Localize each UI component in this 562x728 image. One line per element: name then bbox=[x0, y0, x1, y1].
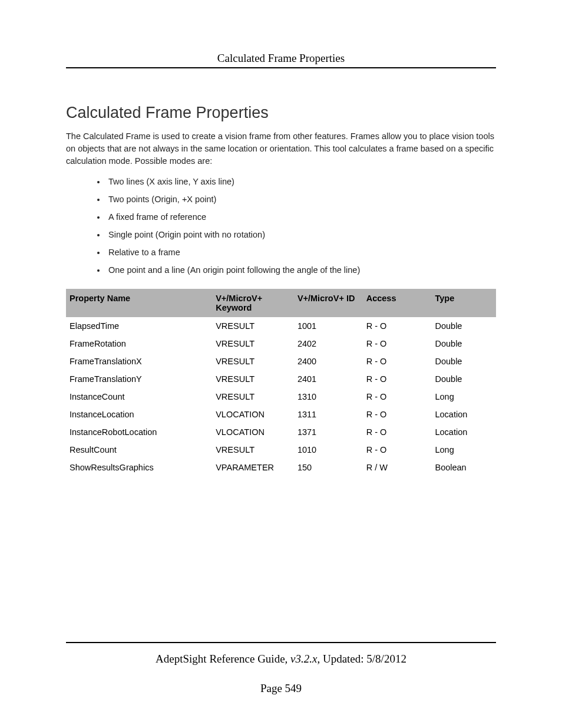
cell-type: Boolean bbox=[431, 459, 496, 476]
cell-keyword: VRESULT bbox=[212, 353, 294, 370]
col-header-keyword: V+/MicroV+ Keyword bbox=[212, 289, 294, 317]
list-item: Two points (Origin, +X point) bbox=[106, 195, 496, 204]
list-item: A fixed frame of reference bbox=[106, 212, 496, 222]
page-footer: AdeptSight Reference Guide, v3.2.x, Upda… bbox=[66, 642, 496, 695]
footer-guide: AdeptSight Reference Guide bbox=[156, 653, 285, 665]
cell-type: Location bbox=[431, 406, 496, 423]
table-row: InstanceRobotLocation VLOCATION 1371 R -… bbox=[66, 423, 496, 441]
cell-type: Double bbox=[431, 335, 496, 353]
cell-id: 2402 bbox=[294, 335, 363, 353]
table-row: ElapsedTime VRESULT 1001 R - O Double bbox=[66, 317, 496, 335]
cell-keyword: VRESULT bbox=[212, 441, 294, 459]
cell-id: 150 bbox=[294, 459, 363, 476]
table-row: FrameTranslationX VRESULT 2400 R - O Dou… bbox=[66, 353, 496, 370]
cell-type: Long bbox=[431, 441, 496, 459]
cell-type: Double bbox=[431, 317, 496, 335]
table-row: FrameTranslationY VRESULT 2401 R - O Dou… bbox=[66, 370, 496, 388]
list-item: Single point (Origin point with no rotat… bbox=[106, 230, 496, 239]
cell-keyword: VRESULT bbox=[212, 335, 294, 353]
cell-access: R - O bbox=[363, 441, 432, 459]
modes-list: Two lines (X axis line, Y axis line) Two… bbox=[66, 177, 496, 275]
cell-type: Long bbox=[431, 388, 496, 406]
cell-access: R - O bbox=[363, 370, 432, 388]
page-body: Calculated Frame Properties Calculated F… bbox=[0, 0, 562, 476]
footer-version: v3.2.x bbox=[290, 653, 317, 665]
cell-name: FrameRotation bbox=[66, 335, 212, 353]
list-item: Relative to a frame bbox=[106, 248, 496, 257]
cell-id: 1310 bbox=[294, 388, 363, 406]
table-row: InstanceLocation VLOCATION 1311 R - O Lo… bbox=[66, 406, 496, 423]
cell-name: FrameTranslationX bbox=[66, 353, 212, 370]
page-number: Page 549 bbox=[66, 682, 496, 695]
footer-version-prefix: , bbox=[285, 653, 291, 665]
table-row: FrameRotation VRESULT 2402 R - O Double bbox=[66, 335, 496, 353]
table-header-row: Property Name V+/MicroV+ Keyword V+/Micr… bbox=[66, 289, 496, 317]
table-row: ShowResultsGraphics VPARAMETER 150 R / W… bbox=[66, 459, 496, 476]
table-row: ResultCount VRESULT 1010 R - O Long bbox=[66, 441, 496, 459]
cell-name: ElapsedTime bbox=[66, 317, 212, 335]
footer-updated-prefix: , Updated: bbox=[317, 653, 366, 665]
cell-keyword: VRESULT bbox=[212, 388, 294, 406]
cell-access: R - O bbox=[363, 423, 432, 441]
cell-name: InstanceCount bbox=[66, 388, 212, 406]
cell-access: R - O bbox=[363, 388, 432, 406]
cell-type: Location bbox=[431, 423, 496, 441]
cell-keyword: VLOCATION bbox=[212, 406, 294, 423]
footer-line: AdeptSight Reference Guide, v3.2.x, Upda… bbox=[66, 653, 496, 666]
cell-keyword: VPARAMETER bbox=[212, 459, 294, 476]
cell-name-link[interactable]: InstanceLocation bbox=[66, 406, 212, 423]
list-item: One point and a line (An origin point fo… bbox=[106, 265, 496, 275]
cell-keyword: VLOCATION bbox=[212, 423, 294, 441]
cell-id: 1010 bbox=[294, 441, 363, 459]
page-title: Calculated Frame Properties bbox=[66, 104, 496, 122]
cell-keyword: VRESULT bbox=[212, 317, 294, 335]
intro-paragraph: The Calculated Frame is used to create a… bbox=[66, 130, 496, 167]
table-body: ElapsedTime VRESULT 1001 R - O Double Fr… bbox=[66, 317, 496, 476]
col-header-access: Access bbox=[363, 289, 432, 317]
cell-type: Double bbox=[431, 353, 496, 370]
col-header-name: Property Name bbox=[66, 289, 212, 317]
table-row: InstanceCount VRESULT 1310 R - O Long bbox=[66, 388, 496, 406]
cell-access: R - O bbox=[363, 406, 432, 423]
footer-rule bbox=[66, 642, 496, 643]
col-header-id: V+/MicroV+ ID bbox=[294, 289, 363, 317]
header-rule bbox=[66, 67, 496, 68]
cell-id: 2400 bbox=[294, 353, 363, 370]
footer-updated: 5/8/2012 bbox=[366, 653, 406, 665]
cell-access: R - O bbox=[363, 335, 432, 353]
cell-name: ResultCount bbox=[66, 441, 212, 459]
cell-access: R - O bbox=[363, 317, 432, 335]
col-header-type: Type bbox=[431, 289, 496, 317]
cell-name: InstanceRobotLocation bbox=[66, 423, 212, 441]
cell-name: FrameTranslationY bbox=[66, 370, 212, 388]
running-header: Calculated Frame Properties bbox=[66, 52, 496, 65]
cell-id: 1001 bbox=[294, 317, 363, 335]
properties-table: Property Name V+/MicroV+ Keyword V+/Micr… bbox=[66, 289, 496, 476]
cell-id: 1371 bbox=[294, 423, 363, 441]
cell-access: R / W bbox=[363, 459, 432, 476]
cell-name: ShowResultsGraphics bbox=[66, 459, 212, 476]
cell-keyword: VRESULT bbox=[212, 370, 294, 388]
list-item: Two lines (X axis line, Y axis line) bbox=[106, 177, 496, 186]
cell-type: Double bbox=[431, 370, 496, 388]
cell-access: R - O bbox=[363, 353, 432, 370]
cell-id: 2401 bbox=[294, 370, 363, 388]
cell-id: 1311 bbox=[294, 406, 363, 423]
